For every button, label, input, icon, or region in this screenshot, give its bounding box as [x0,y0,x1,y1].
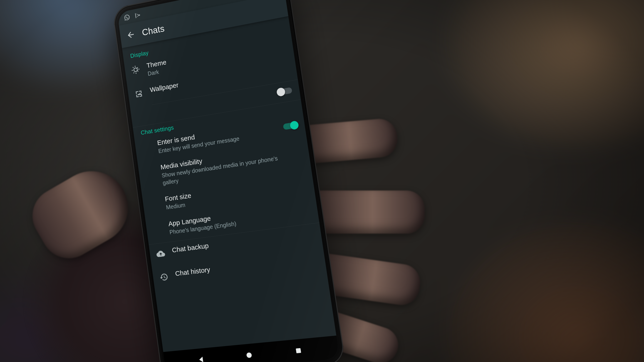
play-store-icon [134,11,141,19]
triangle-back-icon [197,355,206,362]
square-recent-icon [294,347,302,355]
brightness-icon [131,65,140,76]
whatsapp-icon [124,14,130,21]
wallpaper-toggle[interactable] [276,85,294,97]
cloud-upload-icon [156,249,166,260]
page-title: Chats [142,23,165,37]
arrow-left-icon [126,29,136,40]
nav-home-button[interactable] [234,345,264,362]
nav-back-button[interactable] [187,349,216,362]
history-icon [159,272,169,283]
svg-rect-1 [296,348,301,353]
nav-recent-button[interactable] [283,340,314,361]
svg-point-0 [246,352,252,358]
circle-home-icon [245,351,253,359]
wallpaper-icon [134,89,144,100]
back-button[interactable] [122,26,140,44]
photo-stage: Chats Display Theme [0,0,644,362]
